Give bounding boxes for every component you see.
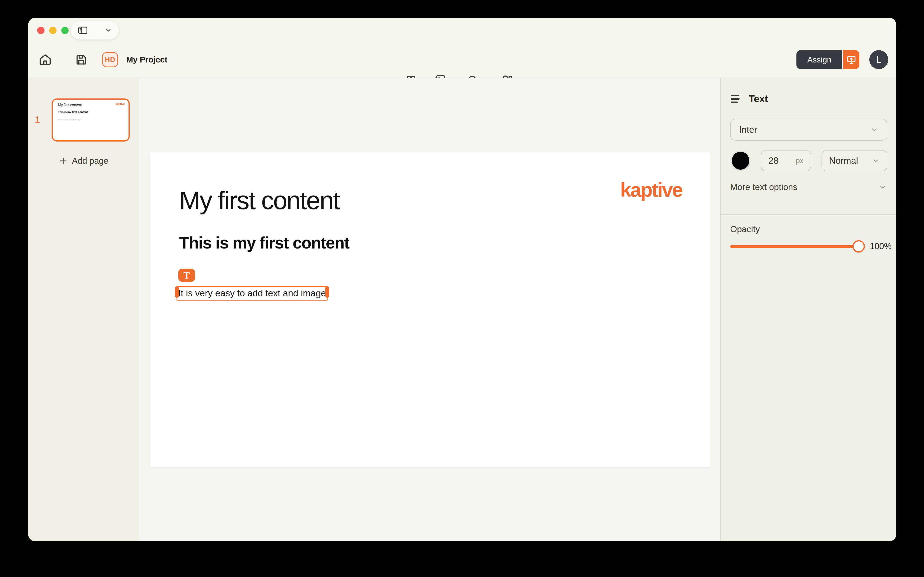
zoom-window-button[interactable] (61, 27, 69, 34)
thumbnail-subtitle: This is my first content (58, 111, 88, 113)
panel-title: Text (748, 93, 768, 105)
selected-text-element[interactable]: It is very easy to add text and images. (177, 286, 327, 301)
thumbnail-logo: kaptive (116, 103, 125, 106)
chevron-down-icon (104, 26, 112, 34)
thumbnail-title: My first content (58, 103, 82, 107)
assign-split-button: Assign (797, 50, 859, 69)
panel-divider (721, 214, 896, 215)
text-tag-glyph: T (184, 270, 190, 281)
chevron-down-icon (879, 183, 887, 191)
project-title: My Project (126, 55, 167, 64)
opacity-label: Opacity (730, 224, 760, 234)
text-align-icon (730, 95, 740, 103)
page-number: 1 (35, 114, 40, 125)
publish-button[interactable] (842, 50, 859, 69)
save-button[interactable] (75, 53, 87, 66)
toolbar-pill (71, 21, 119, 40)
panel-header: Text (730, 93, 768, 105)
plus-icon (59, 156, 68, 166)
sidebar-toggle-icon (77, 25, 88, 36)
assign-button[interactable]: Assign (797, 50, 842, 69)
text-color-swatch[interactable] (730, 150, 750, 171)
selection-handle-left[interactable] (175, 286, 179, 298)
text-properties-panel: Text Inter px Normal More text op (721, 77, 896, 541)
hd-quality-badge[interactable]: HD (102, 52, 118, 67)
canvas-area: My first content This is my first conten… (139, 77, 721, 541)
font-family-select[interactable]: Inter (730, 119, 887, 140)
chevron-down-icon (872, 157, 880, 165)
kaptive-logo: kaptive (620, 179, 682, 201)
titlebar (28, 18, 896, 43)
toolbar-left-group: HD My Project (39, 52, 167, 67)
save-icon (75, 53, 87, 66)
opacity-slider[interactable] (730, 245, 863, 248)
more-text-options-toggle[interactable]: More text options (730, 182, 887, 192)
user-avatar[interactable]: L (869, 50, 888, 69)
slide-page[interactable]: My first content This is my first conten… (150, 152, 711, 467)
home-icon (39, 53, 52, 66)
traffic-lights (37, 27, 69, 34)
chevron-down-icon (870, 126, 878, 134)
opacity-value: 100% (870, 242, 892, 251)
opacity-slider-thumb[interactable] (853, 240, 865, 253)
pages-sidebar: 1 My first content This is my first cont… (28, 77, 139, 541)
page-title[interactable]: My first content (179, 185, 339, 215)
font-weight-select[interactable]: Normal (821, 150, 887, 171)
font-weight-value: Normal (829, 156, 858, 166)
header-toolbar: HD My Project T Text Media (28, 43, 896, 77)
home-button[interactable] (39, 53, 52, 66)
font-size-input[interactable] (769, 156, 790, 166)
font-family-value: Inter (739, 125, 757, 135)
app-window: HD My Project T Text Media (28, 18, 896, 541)
add-page-button[interactable]: Add page (28, 156, 139, 166)
content-area: 1 My first content This is my first cont… (28, 77, 896, 541)
text-element-tag[interactable]: T (178, 269, 195, 282)
font-size-unit: px (796, 156, 803, 165)
selection-handle-right[interactable] (325, 286, 329, 298)
page-thumbnail[interactable]: My first content This is my first conten… (52, 98, 130, 142)
sidebar-toggle-button[interactable] (77, 25, 88, 36)
add-page-label: Add page (72, 156, 108, 166)
toolbar-right-group: Assign L (797, 50, 888, 69)
more-text-options-label: More text options (730, 182, 797, 192)
titlebar-dropdown-button[interactable] (104, 26, 112, 34)
font-size-field: px (761, 150, 811, 171)
thumbnail-body-text: It is very easy to add text and images. (58, 119, 82, 121)
page-subtitle[interactable]: This is my first content (179, 233, 349, 252)
minimize-window-button[interactable] (49, 27, 56, 34)
screen-share-icon (846, 55, 856, 65)
close-window-button[interactable] (37, 27, 45, 34)
